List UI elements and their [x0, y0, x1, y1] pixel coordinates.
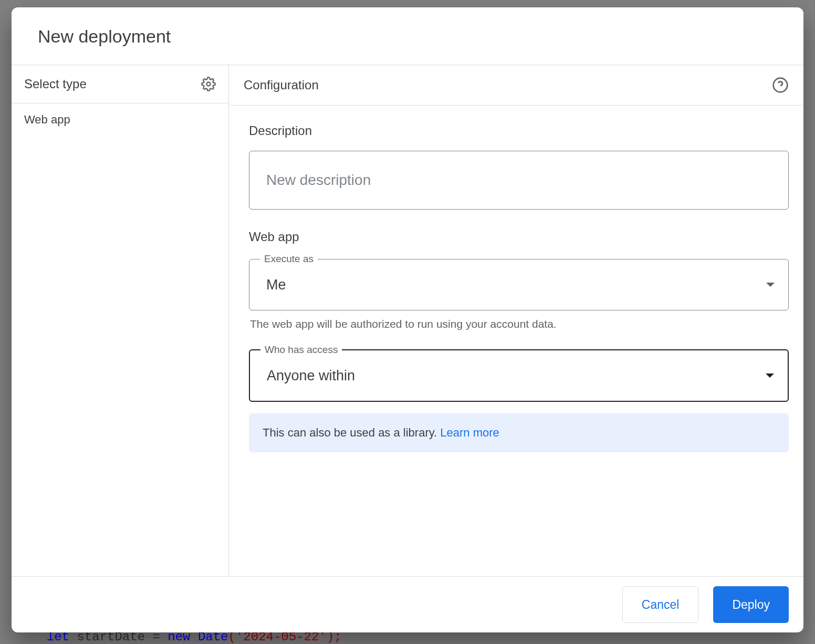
sidebar: Select type Web app — [12, 65, 229, 576]
library-info-banner: This can also be used as a library. Lear… — [249, 413, 789, 452]
main-panel: Configuration Description Web app Execut… — [229, 65, 803, 576]
chevron-down-icon — [766, 373, 774, 378]
help-icon[interactable] — [772, 77, 789, 94]
info-text: This can also be used as a library. — [263, 426, 440, 439]
configuration-form: Description Web app Execute as Me The we… — [229, 106, 803, 576]
execute-as-select[interactable]: Execute as Me — [249, 259, 789, 310]
chevron-down-icon — [766, 283, 775, 287]
modal-title: New deployment — [38, 26, 777, 47]
new-deployment-modal: New deployment Select type Web app Confi… — [12, 7, 803, 632]
sidebar-header: Select type — [12, 65, 228, 103]
deploy-button[interactable]: Deploy — [713, 586, 789, 623]
access-label: Who has access — [260, 344, 342, 356]
execute-as-helper: The web app will be authorized to run us… — [249, 318, 789, 330]
modal-body: Select type Web app Configuration Descri… — [12, 65, 803, 576]
cancel-button[interactable]: Cancel — [622, 586, 699, 623]
modal-header: New deployment — [12, 7, 803, 65]
execute-as-label: Execute as — [260, 253, 318, 265]
access-select[interactable]: Who has access Anyone within — [249, 349, 789, 402]
modal-footer: Cancel Deploy — [12, 576, 803, 632]
access-value: Anyone within — [267, 368, 355, 384]
configuration-title: Configuration — [244, 78, 319, 92]
svg-point-0 — [207, 82, 211, 86]
gear-icon[interactable] — [201, 77, 216, 91]
execute-as-value: Me — [266, 277, 286, 293]
sidebar-item-webapp[interactable]: Web app — [12, 103, 228, 136]
learn-more-link[interactable]: Learn more — [440, 426, 499, 439]
webapp-section-label: Web app — [249, 230, 789, 244]
sidebar-title: Select type — [24, 77, 87, 91]
description-input[interactable] — [249, 151, 789, 210]
main-header: Configuration — [229, 65, 803, 106]
description-label: Description — [249, 123, 789, 138]
